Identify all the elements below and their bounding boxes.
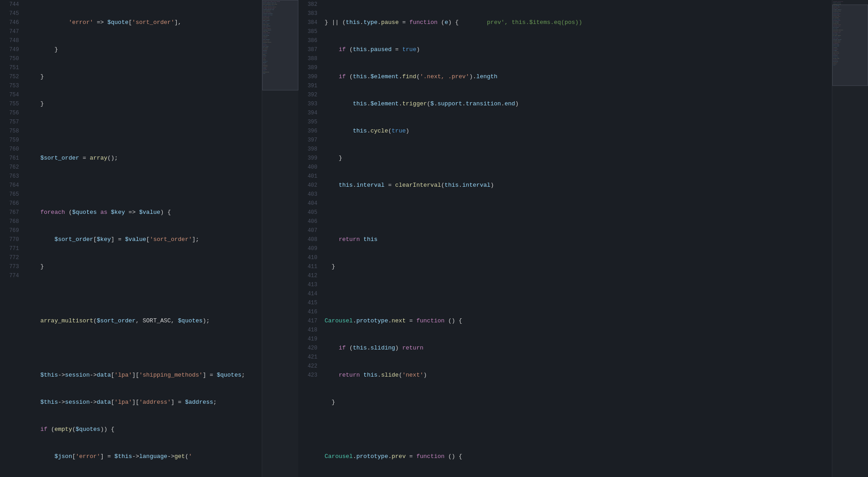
- left-minimap[interactable]: foreach sort_order array quotes $this->s…: [262, 0, 298, 477]
- right-code-panel[interactable]: 382 383 384 385 386 387 388 389 390 391 …: [298, 0, 832, 477]
- left-code-lines: 'error' => $quote['sort_order'], } } } $…: [23, 0, 262, 477]
- left-line-numbers: 744 745 746 747 748 749 750 751 752 753 …: [0, 0, 23, 477]
- right-minimap[interactable]: Carousel prototype pause function interv…: [832, 0, 868, 477]
- right-line-numbers: 382 383 384 385 386 387 388 389 390 391 …: [298, 0, 321, 477]
- right-code-lines: } || (this.type.pause = function (e) { p…: [321, 0, 832, 477]
- minimap-content-left: foreach sort_order array quotes $this->s…: [262, 0, 298, 477]
- minimap-content-right: Carousel prototype pause function interv…: [832, 0, 868, 477]
- editor-container: 744 745 746 747 748 749 750 751 752 753 …: [0, 0, 868, 477]
- left-code-panel[interactable]: 744 745 746 747 748 749 750 751 752 753 …: [0, 0, 262, 477]
